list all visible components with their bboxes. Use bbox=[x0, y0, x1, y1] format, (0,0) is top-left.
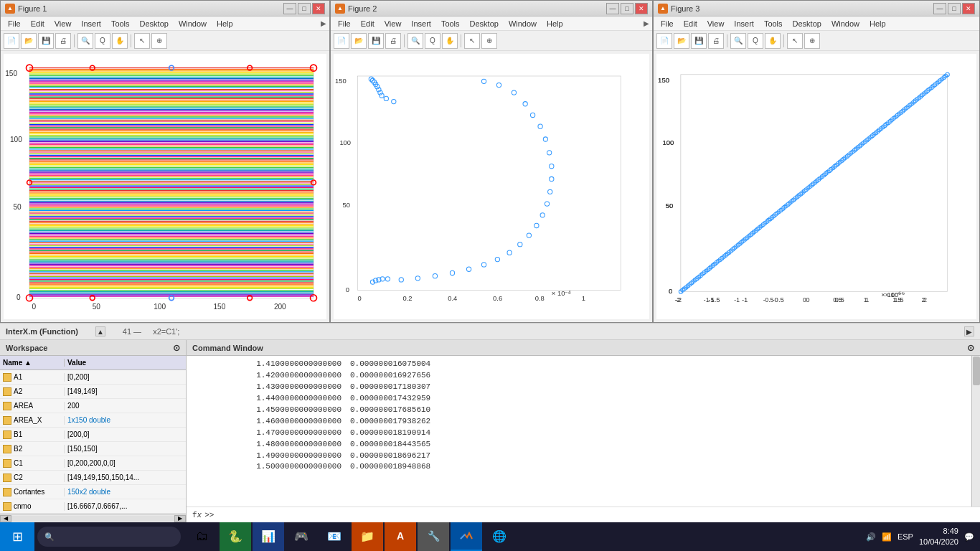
taskbar-app-acad[interactable]: A bbox=[385, 522, 416, 551]
fig1-menu-insert[interactable]: Insert bbox=[77, 19, 105, 29]
fig3-pan[interactable]: ✋ bbox=[765, 33, 781, 49]
fig1-controls[interactable]: — □ ✕ bbox=[283, 3, 325, 14]
fig3-menu-help[interactable]: Help bbox=[865, 19, 890, 29]
fig1-data-cursor[interactable]: ⊕ bbox=[151, 33, 167, 49]
fig2-open-btn[interactable]: 📂 bbox=[351, 33, 367, 49]
fig2-zoom-out[interactable]: Q bbox=[425, 33, 440, 49]
taskbar-app-mail[interactable]: 📧 bbox=[319, 522, 350, 551]
fig2-controls[interactable]: — □ ✕ bbox=[606, 3, 648, 14]
fig2-cursor[interactable]: ↖ bbox=[464, 33, 480, 49]
fig2-zoom-in[interactable]: 🔍 bbox=[407, 33, 423, 49]
fig1-menu-tools[interactable]: Tools bbox=[107, 19, 134, 29]
workspace-collapse-btn[interactable]: ⊙ bbox=[173, 343, 180, 353]
fig3-maximize[interactable]: □ bbox=[948, 3, 961, 14]
fig3-menu-edit[interactable]: Edit bbox=[679, 19, 702, 29]
fig1-maximize[interactable]: □ bbox=[298, 3, 311, 14]
fig2-data-cursor[interactable]: ⊕ bbox=[481, 33, 497, 49]
fig2-menu-edit[interactable]: Edit bbox=[357, 19, 379, 29]
fig3-close[interactable]: ✕ bbox=[962, 3, 975, 14]
ws-col-name-header[interactable]: Name ▲ bbox=[0, 359, 65, 367]
fig1-menu-edit[interactable]: Edit bbox=[27, 19, 49, 29]
fig2-maximize[interactable]: □ bbox=[621, 3, 633, 14]
ws-row-AREA_X[interactable]: AREA_X 1x150 double bbox=[0, 413, 186, 428]
ws-hscrollbar[interactable]: ◀ ▶ bbox=[0, 514, 186, 522]
fig2-print-btn[interactable]: 🖨 bbox=[385, 33, 401, 49]
ws-row-B1[interactable]: B1 [200,0] bbox=[0, 428, 186, 442]
fig2-menu-insert[interactable]: Insert bbox=[407, 19, 435, 29]
cmd-content[interactable]: 1.4100000000000000 0.000000016075004 1.4… bbox=[187, 356, 971, 507]
cmd-input[interactable] bbox=[217, 511, 974, 519]
fig2-menu-file[interactable]: File bbox=[334, 19, 355, 29]
fig1-menu-desktop[interactable]: Desktop bbox=[136, 19, 173, 29]
fig2-save-btn[interactable]: 💾 bbox=[368, 33, 384, 49]
taskbar-app-tool[interactable]: 🔧 bbox=[418, 522, 449, 551]
taskbar-app-game[interactable]: 🎮 bbox=[286, 522, 317, 551]
fig3-save-btn[interactable]: 💾 bbox=[691, 33, 707, 49]
fig1-print-btn[interactable]: 🖨 bbox=[55, 33, 71, 49]
ws-scroll-right[interactable]: ▶ bbox=[174, 515, 186, 522]
fig1-menu-window[interactable]: Window bbox=[174, 19, 211, 29]
fig3-menu-insert[interactable]: Insert bbox=[730, 19, 758, 29]
fig1-minimize[interactable]: — bbox=[283, 3, 296, 14]
taskbar-app-chrome[interactable]: 🌐 bbox=[484, 522, 515, 551]
fig1-cursor[interactable]: ↖ bbox=[134, 33, 150, 49]
cmd-scroll-thumb[interactable] bbox=[973, 357, 980, 385]
ws-scroll-left[interactable]: ◀ bbox=[0, 515, 11, 522]
fig3-print-btn[interactable]: 🖨 bbox=[708, 33, 724, 49]
taskbar-time-block[interactable]: 8:49 10/04/2020 bbox=[919, 526, 958, 548]
fig3-menu-desktop[interactable]: Desktop bbox=[788, 19, 826, 29]
fig2-menu-help[interactable]: Help bbox=[542, 19, 567, 29]
fig1-close[interactable]: ✕ bbox=[312, 3, 325, 14]
fig3-zoom-out[interactable]: Q bbox=[748, 33, 763, 49]
taskbar-search[interactable]: 🔍 bbox=[37, 527, 181, 547]
fig1-zoom-in[interactable]: 🔍 bbox=[77, 33, 93, 49]
fig2-pan[interactable]: ✋ bbox=[442, 33, 458, 49]
ws-row-B2[interactable]: B2 [150,150] bbox=[0, 442, 186, 456]
ws-row-cnmo[interactable]: cnmo [16.6667,0.6667,... bbox=[0, 499, 186, 514]
start-button[interactable]: ⊞ bbox=[0, 522, 34, 551]
fig2-minimize[interactable]: — bbox=[606, 3, 619, 14]
fig3-data-cursor[interactable]: ⊕ bbox=[804, 33, 820, 49]
taskbar-lang[interactable]: ESP bbox=[897, 532, 913, 541]
fig3-new-btn[interactable]: 📄 bbox=[656, 33, 672, 49]
fig1-menu-help[interactable]: Help bbox=[212, 19, 237, 29]
fig3-controls[interactable]: — □ ✕ bbox=[933, 3, 975, 14]
fig2-menu-desktop[interactable]: Desktop bbox=[466, 19, 503, 29]
taskbar-notification-icon[interactable]: 💬 bbox=[964, 532, 974, 542]
ws-row-A1[interactable]: A1 [0,200] bbox=[0, 370, 186, 385]
fig3-zoom-in[interactable]: 🔍 bbox=[730, 33, 746, 49]
cmd-vscrollbar[interactable] bbox=[971, 356, 980, 507]
fig3-cursor[interactable]: ↖ bbox=[787, 33, 803, 49]
taskbar-app-explorer[interactable]: 🗂 bbox=[187, 522, 218, 551]
fig1-save-btn[interactable]: 💾 bbox=[38, 33, 54, 49]
ws-row-Cortantes[interactable]: Cortantes 150x2 double bbox=[0, 485, 186, 499]
fig2-menu-view[interactable]: View bbox=[380, 19, 406, 29]
fig1-pan[interactable]: ✋ bbox=[112, 33, 128, 49]
editor-right-collapse[interactable]: ▶ bbox=[964, 326, 974, 336]
ws-row-AREA[interactable]: AREA 200 bbox=[0, 399, 186, 413]
ws-col-value-header[interactable]: Value bbox=[65, 359, 186, 367]
fig3-open-btn[interactable]: 📂 bbox=[674, 33, 689, 49]
fig3-menu-file[interactable]: File bbox=[656, 19, 678, 29]
ws-row-C1[interactable]: C1 [0,200,200,0,0] bbox=[0, 456, 186, 471]
fig1-open-btn[interactable]: 📂 bbox=[21, 33, 37, 49]
taskbar-app-chart[interactable]: 📊 bbox=[253, 522, 284, 551]
taskbar-volume-icon[interactable]: 🔊 bbox=[866, 532, 876, 542]
fig3-menu-tools[interactable]: Tools bbox=[760, 19, 787, 29]
fig2-menu-tools[interactable]: Tools bbox=[437, 19, 464, 29]
taskbar-app-matlab[interactable] bbox=[451, 522, 482, 551]
cmd-collapse-btn[interactable]: ⊙ bbox=[967, 343, 974, 353]
taskbar-network-icon[interactable]: 📶 bbox=[882, 532, 892, 542]
editor-collapse[interactable]: ▲ bbox=[95, 326, 105, 336]
fig1-new-btn[interactable]: 📄 bbox=[4, 33, 19, 49]
fig1-menu-view[interactable]: View bbox=[50, 19, 76, 29]
fig3-menu-window[interactable]: Window bbox=[827, 19, 864, 29]
taskbar-app-python[interactable]: 🐍 bbox=[220, 522, 251, 551]
fig2-menu-window[interactable]: Window bbox=[504, 19, 541, 29]
fig2-close[interactable]: ✕ bbox=[635, 3, 648, 14]
fig1-zoom-out[interactable]: Q bbox=[95, 33, 110, 49]
fig3-menu-view[interactable]: View bbox=[703, 19, 729, 29]
ws-row-C2[interactable]: C2 [149,149,150,150,14... bbox=[0, 471, 186, 485]
taskbar-app-folder[interactable]: 📁 bbox=[352, 522, 383, 551]
fig3-minimize[interactable]: — bbox=[933, 3, 946, 14]
